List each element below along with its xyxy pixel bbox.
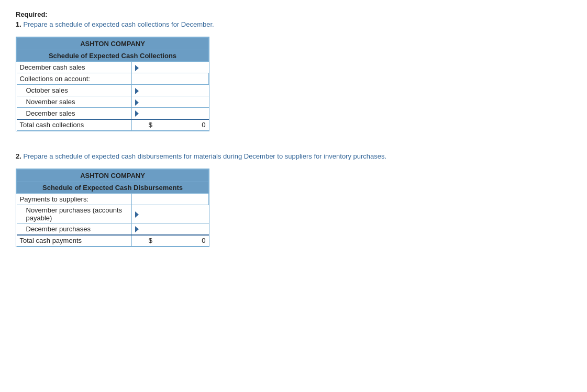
company-name-header: ASHTON COMPANY [17, 170, 209, 182]
total-label: Total cash payments [17, 235, 132, 247]
question1-section: Required: 1. Prepare a schedule of expec… [16, 10, 571, 131]
question2-instruction: 2. Prepare a schedule of expected cash d… [16, 152, 571, 160]
table-row: November sales [17, 96, 209, 108]
row-label: December cash sales [17, 62, 132, 73]
question1-number: 1. [16, 20, 21, 28]
total-label: Total cash collections [17, 119, 132, 131]
total-dollar: $ [132, 235, 169, 247]
row-empty [132, 73, 209, 85]
question1-text: Prepare a schedule of expected cash coll… [21, 20, 214, 28]
row-label: Payments to suppliers: [17, 194, 132, 205]
company-name-row: ASHTON COMPANY [17, 38, 209, 50]
question2-section: 2. Prepare a schedule of expected cash d… [16, 152, 571, 247]
table-title-row: Schedule of Expected Cash Disbursements [17, 182, 209, 194]
question2-table: ASHTON COMPANY Schedule of Expected Cash… [16, 169, 209, 247]
total-value: 0 [169, 119, 209, 131]
input-arrow-icon [135, 110, 139, 117]
row-input[interactable] [132, 85, 209, 96]
total-row: Total cash payments $ 0 [17, 235, 209, 247]
table-title-header: Schedule of Expected Cash Disbursements [17, 182, 209, 194]
company-name-header: ASHTON COMPANY [17, 38, 209, 50]
row-label: December sales [17, 108, 132, 119]
question2-table-container: ASHTON COMPANY Schedule of Expected Cash… [16, 169, 209, 247]
table-row: December cash sales [17, 62, 209, 73]
table-row: December sales [17, 108, 209, 119]
input-arrow-icon [135, 88, 139, 94]
row-input[interactable] [132, 223, 209, 235]
row-label: December purchases [17, 223, 132, 235]
question2-number: 2. [16, 152, 21, 160]
row-label: November purchases (accounts payable) [17, 205, 132, 223]
table-row: Payments to suppliers: [17, 194, 209, 205]
row-label: October sales [17, 85, 132, 96]
total-row: Total cash collections $ 0 [17, 119, 209, 131]
row-label: Collections on account: [17, 73, 132, 85]
row-input[interactable] [132, 96, 209, 108]
input-arrow-icon [135, 99, 139, 106]
question1-instruction: 1. Prepare a schedule of expected cash c… [16, 20, 571, 28]
total-dollar: $ [132, 119, 169, 131]
table-title-row: Schedule of Expected Cash Collections [17, 50, 209, 62]
input-arrow-icon [135, 65, 139, 71]
total-value: 0 [169, 235, 209, 247]
question2-text: Prepare a schedule of expected cash disb… [21, 152, 386, 160]
question1-table-container: ASHTON COMPANY Schedule of Expected Cash… [16, 37, 209, 131]
company-name-row: ASHTON COMPANY [17, 170, 209, 182]
table-row: November purchases (accounts payable) [17, 205, 209, 223]
row-label: November sales [17, 96, 132, 108]
table-row: Collections on account: [17, 73, 209, 85]
table-row: December purchases [17, 223, 209, 235]
row-empty [132, 194, 209, 205]
row-input[interactable] [132, 108, 209, 119]
row-input[interactable] [132, 205, 209, 223]
required-label: Required: [16, 10, 571, 18]
row-input[interactable] [132, 62, 209, 73]
input-arrow-icon [135, 211, 139, 218]
question1-table: ASHTON COMPANY Schedule of Expected Cash… [16, 37, 209, 131]
table-row: October sales [17, 85, 209, 96]
table-title-header: Schedule of Expected Cash Collections [17, 50, 209, 62]
input-arrow-icon [135, 226, 139, 232]
